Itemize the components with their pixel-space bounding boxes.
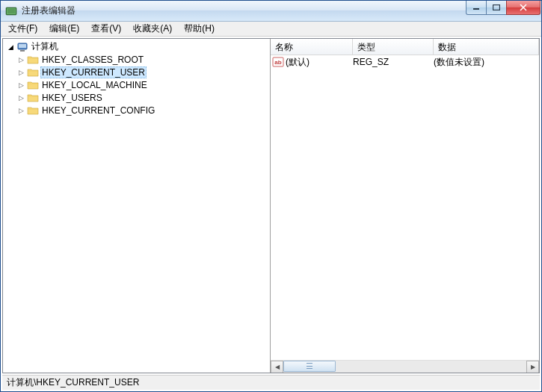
expand-icon[interactable]: ▷ xyxy=(16,93,25,102)
computer-icon xyxy=(16,41,28,53)
value-row[interactable]: ab(默认)REG_SZ(数值未设置) xyxy=(271,55,539,69)
folder-icon xyxy=(27,79,39,91)
app-icon xyxy=(5,5,17,17)
tree-node-label: HKEY_CLASSES_ROOT xyxy=(40,55,145,65)
column-name[interactable]: 名称 xyxy=(271,39,353,55)
horizontal-scrollbar[interactable]: ◀ ▶ xyxy=(271,360,539,373)
tree-panel[interactable]: ◢ 计算机 ▷HKEY_CLASSES_ROOT▷HKEY_CURRENT_US… xyxy=(3,39,271,373)
minimize-button[interactable] xyxy=(466,1,487,15)
menu-file[interactable]: 文件(F) xyxy=(2,21,43,37)
tree-node-label: HKEY_CURRENT_CONFIG xyxy=(40,105,156,116)
tree-node-label: HKEY_CURRENT_USER xyxy=(40,66,147,78)
folder-icon xyxy=(27,54,39,66)
expand-icon[interactable]: ▷ xyxy=(16,106,25,115)
expand-icon[interactable]: ▷ xyxy=(16,68,25,77)
tree-node-hkey_current_config[interactable]: ▷HKEY_CURRENT_CONFIG xyxy=(4,104,268,116)
column-type[interactable]: 类型 xyxy=(353,39,434,55)
expand-icon[interactable]: ▷ xyxy=(16,55,25,64)
value-name: (默认) xyxy=(286,56,353,69)
menu-help[interactable]: 帮助(H) xyxy=(178,21,221,37)
menu-favorites[interactable]: 收藏夹(A) xyxy=(127,21,178,37)
tree-root[interactable]: ◢ 计算机 xyxy=(4,40,268,53)
string-value-icon: ab xyxy=(272,57,284,67)
tree-node-label: HKEY_USERS xyxy=(40,93,104,103)
folder-icon xyxy=(27,66,39,78)
column-data[interactable]: 数据 xyxy=(434,39,539,55)
list-panel: 名称 类型 数据 ab(默认)REG_SZ(数值未设置) ◀ ▶ xyxy=(271,39,539,373)
value-type: REG_SZ xyxy=(353,57,434,67)
list-body[interactable]: ab(默认)REG_SZ(数值未设置) xyxy=(271,55,539,360)
menu-view[interactable]: 查看(V) xyxy=(85,21,127,37)
menubar: 文件(F) 编辑(E) 查看(V) 收藏夹(A) 帮助(H) xyxy=(1,22,541,37)
tree-node-hkey_local_machine[interactable]: ▷HKEY_LOCAL_MACHINE xyxy=(4,78,268,91)
svg-rect-3 xyxy=(493,5,500,10)
close-button[interactable] xyxy=(506,1,541,15)
tree-node-hkey_current_user[interactable]: ▷HKEY_CURRENT_USER xyxy=(4,66,268,78)
svg-rect-5 xyxy=(19,44,26,48)
list-header: 名称 类型 数据 xyxy=(271,39,539,55)
scroll-thumb[interactable] xyxy=(283,361,336,372)
scroll-left-button[interactable]: ◀ xyxy=(271,361,283,373)
folder-icon xyxy=(27,105,39,116)
titlebar[interactable]: 注册表编辑器 xyxy=(1,1,541,22)
tree-node-hkey_users[interactable]: ▷HKEY_USERS xyxy=(4,91,268,104)
collapse-icon[interactable]: ◢ xyxy=(6,43,15,52)
window-controls xyxy=(466,1,541,16)
tree-node-hkey_classes_root[interactable]: ▷HKEY_CLASSES_ROOT xyxy=(4,53,268,66)
folder-icon xyxy=(27,92,39,104)
svg-text:ab: ab xyxy=(274,59,281,66)
svg-rect-2 xyxy=(473,8,479,10)
content-area: ◢ 计算机 ▷HKEY_CLASSES_ROOT▷HKEY_CURRENT_US… xyxy=(2,38,540,373)
scroll-track[interactable] xyxy=(283,361,526,373)
tree-root-label: 计算机 xyxy=(30,40,60,53)
window-frame: 注册表编辑器 文件(F) 编辑(E) 查看(V) 收藏夹(A) 帮助(H) ◢ xyxy=(0,0,542,392)
tree-node-label: HKEY_LOCAL_MACHINE xyxy=(40,80,149,90)
status-path: 计算机\HKEY_CURRENT_USER xyxy=(7,376,139,389)
menu-edit[interactable]: 编辑(E) xyxy=(43,21,85,37)
expand-icon[interactable]: ▷ xyxy=(16,81,25,90)
statusbar: 计算机\HKEY_CURRENT_USER xyxy=(2,375,540,390)
value-data: (数值未设置) xyxy=(434,56,539,69)
svg-rect-6 xyxy=(20,50,25,52)
maximize-button[interactable] xyxy=(486,1,507,15)
window-title: 注册表编辑器 xyxy=(22,4,541,17)
scroll-right-button[interactable]: ▶ xyxy=(526,361,539,373)
